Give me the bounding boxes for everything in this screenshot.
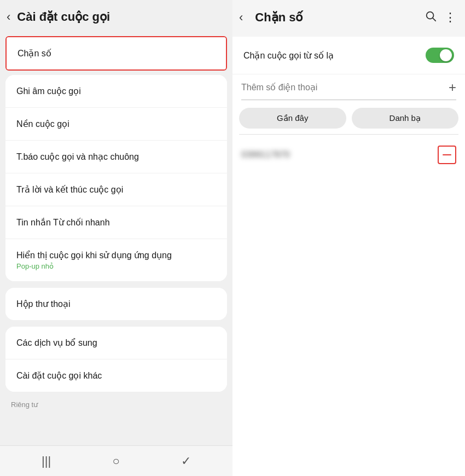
menu-item-cac-dich-vu-label: Các dịch vụ bổ sung — [16, 338, 97, 347]
menu-item-tra-loi[interactable]: Trả lời và kết thúc cuộc gọi — [5, 173, 227, 206]
nav-recent-icon[interactable]: ||| — [42, 454, 51, 468]
menu-item-chan-so[interactable]: Chặn số — [7, 37, 226, 69]
blocked-number-row: 0399117870 — [233, 137, 465, 173]
menu-item-ghi-am-label: Ghi âm cuộc gọi — [16, 86, 81, 96]
menu-item-hien-thi-subtitle: Pop-up nhỏ — [16, 262, 216, 270]
right-header-title: Chặn số — [255, 10, 417, 25]
menu-card-1: Ghi âm cuộc gọi Nền cuộc gọi T.báo cuộc … — [5, 75, 227, 281]
left-panel: ‹ Cài đặt cuộc gọi Chặn số Ghi âm cuộc g… — [0, 0, 233, 476]
right-content: Chặn cuộc gọi từ số lạ + Gần đây Danh bạ… — [233, 37, 465, 476]
menu-card-2: Hộp thư thoại — [5, 288, 227, 320]
menu-item-tbao-label: T.báo cuộc gọi và nhạc chuông — [16, 152, 139, 161]
nav-home-icon[interactable]: ○ — [112, 454, 119, 468]
menu-item-tin-nhan-label: Tin nhắn Từ chối nhanh — [16, 218, 110, 227]
right-header: ‹ Chặn số ⋮ — [233, 0, 465, 34]
left-header-title: Cài đặt cuộc gọi — [17, 10, 110, 24]
left-bottom-nav: ||| ○ ✓ — [0, 445, 233, 476]
tab-gan-day[interactable]: Gần đây — [239, 108, 346, 129]
toggle-label: Chặn cuộc gọi từ số lạ — [243, 50, 334, 61]
toggle-switch[interactable] — [426, 48, 454, 63]
left-back-button[interactable]: ‹ — [7, 10, 10, 24]
tab-danh-ba[interactable]: Danh bạ — [352, 108, 459, 129]
add-phone-button[interactable]: + — [449, 80, 456, 95]
menu-item-chan-so-label: Chặn số — [18, 49, 51, 58]
menu-item-ghi-am[interactable]: Ghi âm cuộc gọi — [5, 75, 227, 108]
menu-item-nen-label: Nền cuộc gọi — [16, 119, 69, 129]
menu-item-cac-dich-vu[interactable]: Các dịch vụ bổ sung — [5, 327, 227, 359]
section-label-rieng-tu: Riêng tư — [0, 394, 233, 412]
menu-item-hien-thi[interactable]: Hiển thị cuộc gọi khi sử dụng ứng dụng P… — [5, 239, 227, 281]
divider-1 — [239, 134, 458, 135]
right-back-button[interactable]: ‹ — [239, 10, 243, 25]
menu-item-hop-thu-label: Hộp thư thoại — [16, 299, 70, 309]
tab-row: Gần đây Danh bạ — [233, 100, 465, 134]
left-header: ‹ Cài đặt cuộc gọi — [0, 0, 233, 34]
search-icon[interactable] — [425, 10, 437, 25]
menu-item-tbao[interactable]: T.báo cuộc gọi và nhạc chuông — [5, 141, 227, 173]
menu-item-tin-nhan[interactable]: Tin nhắn Từ chối nhanh — [5, 206, 227, 239]
svg-line-1 — [433, 18, 435, 21]
menu-item-cai-dat-khac-label: Cài đặt cuộc gọi khác — [16, 371, 102, 380]
nav-back-icon[interactable]: ✓ — [181, 454, 191, 468]
blocked-number-text: 0399117870 — [241, 150, 290, 160]
menu-item-cai-dat-khac[interactable]: Cài đặt cuộc gọi khác — [5, 359, 227, 392]
menu-item-hop-thu[interactable]: Hộp thư thoại — [5, 288, 227, 320]
chan-so-highlight-box: Chặn số — [5, 36, 227, 71]
toggle-row: Chặn cuộc gọi từ số lạ — [233, 37, 465, 74]
menu-item-tra-loi-label: Trả lời và kết thúc cuộc gọi — [16, 185, 123, 194]
menu-card-3: Các dịch vụ bổ sung Cài đặt cuộc gọi khá… — [5, 327, 227, 392]
right-panel: ‹ Chặn số ⋮ Chặn cuộc gọi từ số lạ + Gần… — [233, 0, 465, 476]
phone-input[interactable] — [241, 83, 449, 92]
menu-item-hien-thi-label: Hiển thị cuộc gọi khi sử dụng ứng dụng — [16, 251, 172, 260]
more-icon[interactable]: ⋮ — [444, 10, 456, 25]
remove-number-button[interactable] — [438, 146, 456, 164]
menu-item-nen[interactable]: Nền cuộc gọi — [5, 108, 227, 141]
remove-icon — [443, 154, 451, 155]
